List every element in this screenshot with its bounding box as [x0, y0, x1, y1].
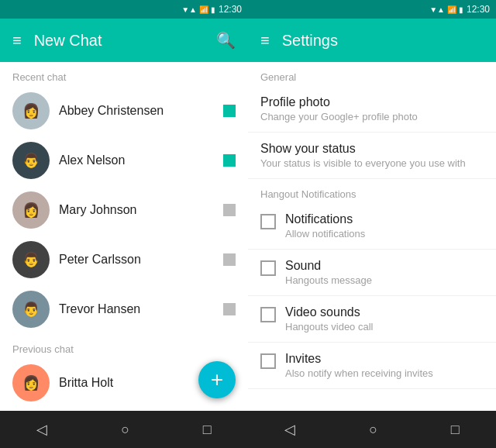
show-status-title: Show your status	[260, 142, 484, 156]
avatar-mary: 👩	[12, 191, 50, 229]
chat-list: Recent chat 👩 Abbey Christensen 👨 Alex N…	[0, 62, 248, 411]
previous-label: Previous chat	[0, 334, 248, 358]
indicator-trevor	[223, 303, 236, 315]
left-time: 12:30	[219, 4, 242, 15]
chat-name-abbey: Abbey Christensen	[59, 104, 214, 118]
invites-text: Invites Also notify when receiving invit…	[285, 352, 484, 379]
chat-item-mary[interactable]: 👩 Mary Johnson	[0, 185, 248, 235]
chat-name-peter: Peter Carlsson	[59, 253, 214, 267]
indicator-alex	[223, 154, 236, 167]
recents-button[interactable]: □	[203, 422, 212, 438]
settings-title: Settings	[282, 32, 484, 50]
chat-name-alex: Alex Nelson	[59, 153, 214, 167]
sound-text: Sound Hangouts message	[285, 259, 484, 286]
new-chat-title: New Chat	[34, 32, 204, 50]
battery-icon-right: ▮	[459, 5, 463, 14]
settings-video-sounds[interactable]: Video sounds Hangouts video call	[248, 296, 496, 343]
left-panel: ▼▲ 📶 ▮ 12:30 ≡ New Chat 🔍 Recent chat 👩 …	[0, 0, 248, 448]
right-status-bar: ▼▲ 📶 ▮ 12:30	[248, 0, 496, 19]
indicator-mary	[223, 204, 236, 216]
avatar-alex: 👨	[12, 142, 50, 179]
signal-icon-right: ▼▲	[429, 5, 445, 14]
avatar-face: 👨	[22, 152, 40, 169]
right-toolbar: ≡ Settings	[248, 19, 496, 62]
chat-item-trevor[interactable]: 👨 Trevor Hansen	[0, 284, 248, 334]
recents-button-right[interactable]: □	[451, 422, 460, 438]
chat-item-alex[interactable]: 👨 Alex Nelson	[0, 136, 248, 185]
sound-title: Sound	[285, 259, 484, 273]
wifi-icon-right: 📶	[447, 5, 456, 14]
avatar-face: 👩	[22, 202, 40, 219]
video-sounds-checkbox[interactable]	[260, 307, 276, 322]
notifications-subtitle: Allow notifications	[285, 228, 484, 240]
settings-list: General Profile photo Change your Google…	[248, 62, 496, 411]
back-button-right[interactable]: ◁	[284, 421, 295, 438]
video-sounds-text: Video sounds Hangouts video call	[285, 305, 484, 333]
sound-checkbox[interactable]	[260, 260, 276, 276]
left-bottom-nav: ◁ ○ □	[0, 411, 248, 448]
home-button[interactable]: ○	[121, 422, 129, 438]
right-time: 12:30	[467, 4, 490, 15]
chat-name-mary: Mary Johnson	[59, 203, 214, 217]
video-sounds-subtitle: Hangouts video call	[285, 321, 484, 333]
notifications-label: Hangout Notifications	[248, 179, 496, 203]
right-panel: ▼▲ 📶 ▮ 12:30 ≡ Settings General Profile …	[248, 0, 496, 448]
settings-menu-icon[interactable]: ≡	[260, 32, 270, 50]
settings-notifications[interactable]: Notifications Allow notifications	[248, 203, 496, 250]
home-button-right[interactable]: ○	[369, 422, 377, 438]
recent-label: Recent chat	[0, 62, 248, 86]
settings-profile-photo[interactable]: Profile photo Change your Google+ profil…	[248, 86, 496, 133]
chat-item-peter[interactable]: 👨 Peter Carlsson	[0, 235, 248, 284]
avatar-abbey: 👩	[12, 92, 50, 129]
avatar-trevor: 👨	[12, 291, 50, 328]
right-status-icons: ▼▲ 📶 ▮	[429, 5, 463, 14]
left-toolbar: ≡ New Chat 🔍	[0, 19, 248, 62]
avatar-face: 👩	[22, 102, 40, 119]
notifications-title: Notifications	[285, 212, 484, 226]
battery-icon: ▮	[211, 5, 215, 14]
avatar-peter: 👨	[12, 241, 50, 278]
chat-item-abbey[interactable]: 👩 Abbey Christensen	[0, 86, 248, 136]
settings-show-status[interactable]: Show your status Your status is visible …	[248, 133, 496, 179]
profile-photo-title: Profile photo	[260, 95, 484, 109]
settings-sound[interactable]: Sound Hangouts message	[248, 250, 496, 296]
settings-invites[interactable]: Invites Also notify when receiving invit…	[248, 343, 496, 389]
invites-title: Invites	[285, 352, 484, 366]
left-status-bar: ▼▲ 📶 ▮ 12:30	[0, 0, 248, 19]
left-status-icons: ▼▲ 📶 ▮	[181, 5, 215, 14]
show-status-subtitle: Your status is visible to everyone you u…	[260, 157, 484, 169]
chat-item-sandra[interactable]: 👩 Sandra Adams	[0, 408, 248, 411]
general-label: General	[248, 62, 496, 86]
fab-button[interactable]: +	[198, 361, 236, 398]
invites-checkbox[interactable]	[260, 353, 276, 369]
back-button[interactable]: ◁	[36, 421, 47, 438]
avatar-britta: 👩	[12, 364, 50, 401]
signal-icon: ▼▲	[181, 5, 197, 14]
right-bottom-nav: ◁ ○ □	[248, 411, 496, 448]
menu-icon[interactable]: ≡	[12, 32, 22, 50]
avatar-face: 👩	[22, 374, 40, 391]
search-icon[interactable]: 🔍	[216, 31, 236, 50]
indicator-peter	[223, 253, 236, 266]
notifications-text: Notifications Allow notifications	[285, 212, 484, 240]
invites-subtitle: Also notify when receiving invites	[285, 367, 484, 379]
video-sounds-title: Video sounds	[285, 305, 484, 319]
avatar-face: 👨	[22, 301, 40, 318]
chat-name-trevor: Trevor Hansen	[59, 302, 214, 316]
profile-photo-subtitle: Change your Google+ profile photo	[260, 111, 484, 122]
avatar-face: 👨	[22, 251, 40, 268]
sound-subtitle: Hangouts message	[285, 274, 484, 286]
indicator-abbey	[223, 105, 236, 117]
wifi-icon: 📶	[199, 5, 208, 14]
notifications-checkbox[interactable]	[260, 214, 276, 229]
